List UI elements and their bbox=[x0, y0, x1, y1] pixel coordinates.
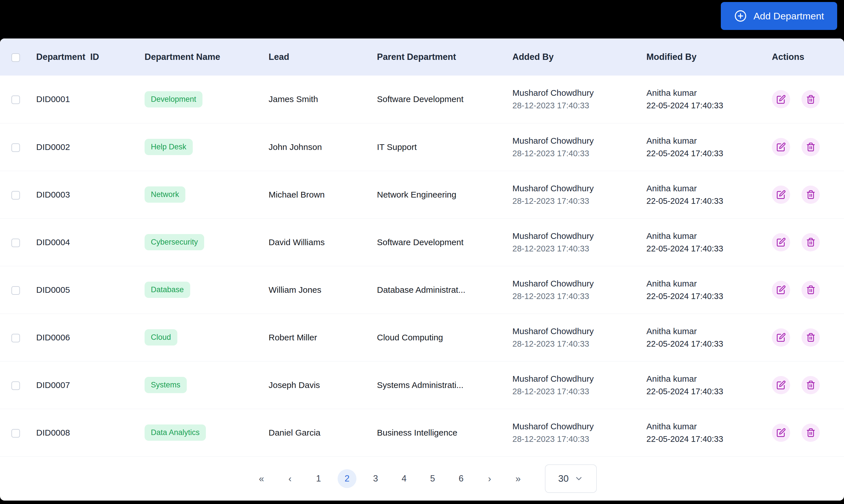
departments-table: Department ID Department Name Lead Paren… bbox=[0, 38, 844, 457]
edit-button[interactable] bbox=[772, 90, 790, 108]
parent-department-cell: Database Administrat... bbox=[366, 266, 502, 313]
added-by-cell: Musharof Chowdhury 28-12-2023 17:40:33 bbox=[502, 75, 636, 123]
added-by-name: Musharof Chowdhury bbox=[513, 231, 636, 241]
pagination-page-5[interactable]: 5 bbox=[423, 469, 442, 488]
modified-by-name: Anitha kumar bbox=[646, 136, 761, 146]
added-by-cell: Musharof Chowdhury 28-12-2023 17:40:33 bbox=[502, 218, 636, 266]
parent-department-cell: Cloud Computing bbox=[366, 313, 502, 361]
departments-table-panel: Department ID Department Name Lead Paren… bbox=[0, 38, 844, 501]
pagination-last-button[interactable]: » bbox=[509, 469, 527, 488]
select-all-checkbox[interactable] bbox=[12, 53, 20, 62]
modified-by-cell: Anitha kumar 22-05-2024 17:40:33 bbox=[636, 361, 761, 409]
added-by-timestamp: 28-12-2023 17:40:33 bbox=[513, 387, 636, 396]
trash-icon bbox=[806, 95, 815, 104]
added-by-cell: Musharof Chowdhury 28-12-2023 17:40:33 bbox=[502, 123, 636, 171]
department-id-cell: DID0003 bbox=[26, 171, 134, 218]
edit-button[interactable] bbox=[772, 185, 790, 204]
added-by-name: Musharof Chowdhury bbox=[513, 326, 636, 336]
row-checkbox[interactable] bbox=[12, 191, 20, 200]
actions-cell bbox=[761, 361, 844, 409]
delete-button[interactable] bbox=[802, 424, 820, 442]
modified-by-timestamp: 22-05-2024 17:40:33 bbox=[646, 244, 761, 253]
modified-by-cell: Anitha kumar 22-05-2024 17:40:33 bbox=[636, 313, 761, 361]
added-by-cell: Musharof Chowdhury 28-12-2023 17:40:33 bbox=[502, 409, 636, 456]
delete-button[interactable] bbox=[802, 185, 820, 204]
added-by-name: Musharof Chowdhury bbox=[513, 279, 636, 288]
page-size-value: 30 bbox=[558, 473, 569, 484]
row-checkbox[interactable] bbox=[12, 429, 20, 437]
department-name-cell: Data Analytics bbox=[134, 409, 258, 456]
row-checkbox[interactable] bbox=[12, 286, 20, 295]
table-row: DID0005 Database William Jones Database … bbox=[0, 266, 844, 313]
added-by-timestamp: 28-12-2023 17:40:33 bbox=[513, 196, 636, 206]
edit-button[interactable] bbox=[772, 328, 790, 347]
table-header: Department ID Department Name Lead Paren… bbox=[0, 38, 844, 75]
department-name-cell: Systems bbox=[134, 361, 258, 409]
pagination-page-3[interactable]: 3 bbox=[366, 469, 385, 488]
parent-department-cell: IT Support bbox=[366, 123, 502, 171]
row-checkbox[interactable] bbox=[12, 95, 20, 104]
delete-button[interactable] bbox=[802, 138, 820, 156]
added-by-timestamp: 28-12-2023 17:40:33 bbox=[513, 339, 636, 349]
added-by-cell: Musharof Chowdhury 28-12-2023 17:40:33 bbox=[502, 313, 636, 361]
added-by-timestamp: 28-12-2023 17:40:33 bbox=[513, 292, 636, 301]
actions-cell bbox=[761, 409, 844, 456]
add-department-label: Add Department bbox=[753, 11, 824, 22]
edit-pencil-icon bbox=[776, 428, 786, 437]
added-by-name: Musharof Chowdhury bbox=[513, 184, 636, 193]
top-bar: Add Department bbox=[0, 0, 844, 38]
added-by-name: Musharof Chowdhury bbox=[513, 374, 636, 384]
added-by-cell: Musharof Chowdhury 28-12-2023 17:40:33 bbox=[502, 361, 636, 409]
add-department-button[interactable]: Add Department bbox=[721, 2, 837, 30]
pagination: « ‹ 1 2 3 4 5 6 › » 30 bbox=[0, 457, 844, 501]
header-parent-department: Parent Department bbox=[366, 38, 502, 75]
added-by-cell: Musharof Chowdhury 28-12-2023 17:40:33 bbox=[502, 171, 636, 218]
modified-by-timestamp: 22-05-2024 17:40:33 bbox=[646, 292, 761, 301]
row-checkbox[interactable] bbox=[12, 381, 20, 390]
pagination-page-6[interactable]: 6 bbox=[452, 469, 470, 488]
edit-button[interactable] bbox=[772, 138, 790, 156]
department-id-cell: DID0007 bbox=[26, 361, 134, 409]
table-row: DID0007 Systems Joseph Davis Systems Adm… bbox=[0, 361, 844, 409]
lead-cell: Robert Miller bbox=[258, 313, 366, 361]
table-row: DID0003 Network Michael Brown Network En… bbox=[0, 171, 844, 218]
delete-button[interactable] bbox=[802, 376, 820, 394]
edit-button[interactable] bbox=[772, 424, 790, 442]
department-name-badge: Data Analytics bbox=[145, 425, 206, 441]
pagination-prev-button[interactable]: ‹ bbox=[281, 469, 300, 488]
pagination-first-button[interactable]: « bbox=[252, 469, 271, 488]
page-size-select[interactable]: 30 bbox=[545, 464, 597, 493]
row-checkbox[interactable] bbox=[12, 334, 20, 342]
parent-department-cell: Business Intelligence bbox=[366, 409, 502, 456]
delete-button[interactable] bbox=[802, 281, 820, 299]
lead-cell: John Johnson bbox=[258, 123, 366, 171]
lead-cell: David Williams bbox=[258, 218, 366, 266]
modified-by-timestamp: 22-05-2024 17:40:33 bbox=[646, 196, 761, 206]
pagination-page-1[interactable]: 1 bbox=[309, 469, 328, 488]
department-id-cell: DID0006 bbox=[26, 313, 134, 361]
pagination-page-2-active[interactable]: 2 bbox=[338, 469, 356, 488]
department-name-cell: Cloud bbox=[134, 313, 258, 361]
row-checkbox[interactable] bbox=[12, 239, 20, 247]
modified-by-cell: Anitha kumar 22-05-2024 17:40:33 bbox=[636, 171, 761, 218]
delete-button[interactable] bbox=[802, 233, 820, 251]
pagination-page-4[interactable]: 4 bbox=[395, 469, 413, 488]
modified-by-name: Anitha kumar bbox=[646, 326, 761, 336]
added-by-name: Musharof Chowdhury bbox=[513, 136, 636, 146]
parent-department-cell: Software Development bbox=[366, 218, 502, 266]
table-row: DID0006 Cloud Robert Miller Cloud Comput… bbox=[0, 313, 844, 361]
delete-button[interactable] bbox=[802, 328, 820, 347]
header-added-by: Added By bbox=[502, 38, 636, 75]
pagination-next-button[interactable]: › bbox=[480, 469, 499, 488]
edit-button[interactable] bbox=[772, 281, 790, 299]
row-checkbox[interactable] bbox=[12, 143, 20, 152]
added-by-timestamp: 28-12-2023 17:40:33 bbox=[513, 101, 636, 110]
modified-by-name: Anitha kumar bbox=[646, 374, 761, 384]
edit-button[interactable] bbox=[772, 233, 790, 251]
actions-cell bbox=[761, 75, 844, 123]
edit-button[interactable] bbox=[772, 376, 790, 394]
modified-by-name: Anitha kumar bbox=[646, 421, 761, 431]
actions-cell bbox=[761, 313, 844, 361]
table-row: DID0004 Cybersecurity David Williams Sof… bbox=[0, 218, 844, 266]
delete-button[interactable] bbox=[802, 90, 820, 108]
